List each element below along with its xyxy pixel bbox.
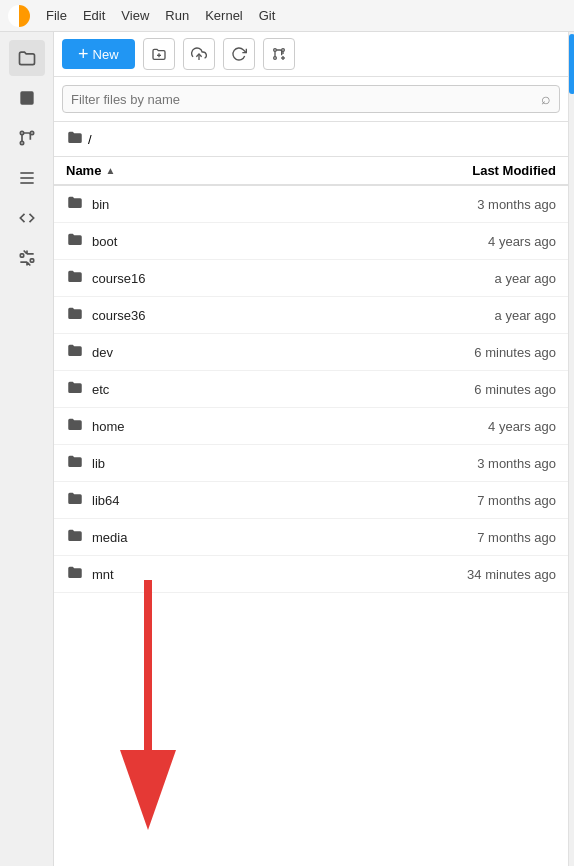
folder-icon bbox=[66, 230, 84, 252]
table-row[interactable]: media 7 months ago bbox=[54, 519, 568, 556]
search-icon: ⌕ bbox=[541, 90, 551, 108]
breadcrumb: / bbox=[54, 122, 568, 157]
col-modified-header[interactable]: Last Modified bbox=[396, 163, 556, 178]
svg-point-13 bbox=[273, 49, 276, 52]
toolbar: + New bbox=[54, 32, 568, 77]
file-date: a year ago bbox=[396, 308, 556, 323]
folder-icon bbox=[66, 341, 84, 363]
menu-view[interactable]: View bbox=[121, 8, 149, 23]
sidebar-icon-git[interactable] bbox=[9, 120, 45, 156]
file-name: course36 bbox=[92, 308, 396, 323]
file-table[interactable]: Name ▲ Last Modified bin 3 months ago bo… bbox=[54, 157, 568, 866]
file-name: dev bbox=[92, 345, 396, 360]
scrollbar-thumb[interactable] bbox=[569, 34, 574, 94]
svg-point-1 bbox=[20, 131, 23, 134]
file-date: 7 months ago bbox=[396, 493, 556, 508]
new-button[interactable]: + New bbox=[62, 39, 135, 69]
menu-kernel[interactable]: Kernel bbox=[205, 8, 243, 23]
table-row[interactable]: bin 3 months ago bbox=[54, 186, 568, 223]
sidebar-icon-code[interactable] bbox=[9, 200, 45, 236]
file-date: 6 minutes ago bbox=[396, 345, 556, 360]
file-date: 4 years ago bbox=[396, 234, 556, 249]
svg-rect-0 bbox=[20, 91, 33, 104]
filter-bar: ⌕ bbox=[54, 77, 568, 122]
menubar: File Edit View Run Kernel Git bbox=[0, 0, 574, 32]
refresh-button[interactable] bbox=[223, 38, 255, 70]
table-row[interactable]: mnt 34 minutes ago bbox=[54, 556, 568, 593]
svg-point-3 bbox=[20, 141, 23, 144]
table-row[interactable]: course16 a year ago bbox=[54, 260, 568, 297]
file-name: lib bbox=[92, 456, 396, 471]
menu-edit[interactable]: Edit bbox=[83, 8, 105, 23]
file-name: boot bbox=[92, 234, 396, 249]
file-date: a year ago bbox=[396, 271, 556, 286]
svg-point-15 bbox=[273, 57, 276, 60]
new-button-label: New bbox=[93, 47, 119, 62]
sidebar-icon-running[interactable] bbox=[9, 80, 45, 116]
svg-rect-8 bbox=[20, 254, 23, 257]
sort-arrow-icon: ▲ bbox=[105, 165, 115, 176]
table-row[interactable]: dev 6 minutes ago bbox=[54, 334, 568, 371]
table-row[interactable]: lib64 7 months ago bbox=[54, 482, 568, 519]
scrollbar-track[interactable] bbox=[568, 32, 574, 866]
folder-icon bbox=[66, 489, 84, 511]
table-row[interactable]: course36 a year ago bbox=[54, 297, 568, 334]
menu-file[interactable]: File bbox=[46, 8, 67, 23]
file-name: etc bbox=[92, 382, 396, 397]
table-row[interactable]: etc 6 minutes ago bbox=[54, 371, 568, 408]
svg-rect-9 bbox=[30, 259, 33, 262]
main-area: + New bbox=[0, 32, 574, 866]
upload-button[interactable] bbox=[183, 38, 215, 70]
folder-icon bbox=[66, 193, 84, 215]
file-rows-container: bin 3 months ago boot 4 years ago course… bbox=[54, 186, 568, 593]
plus-icon: + bbox=[78, 45, 89, 63]
file-name: media bbox=[92, 530, 396, 545]
git-clone-button[interactable] bbox=[263, 38, 295, 70]
breadcrumb-path: / bbox=[88, 132, 92, 147]
sidebar-icon-files[interactable] bbox=[9, 40, 45, 76]
file-name: home bbox=[92, 419, 396, 434]
table-row[interactable]: boot 4 years ago bbox=[54, 223, 568, 260]
table-row[interactable]: lib 3 months ago bbox=[54, 445, 568, 482]
file-browser: + New bbox=[54, 32, 568, 866]
filter-input[interactable] bbox=[71, 92, 541, 107]
folder-icon bbox=[66, 267, 84, 289]
sidebar bbox=[0, 32, 54, 866]
sidebar-icon-extensions[interactable] bbox=[9, 240, 45, 276]
file-date: 3 months ago bbox=[396, 197, 556, 212]
app-logo bbox=[8, 5, 30, 27]
menu-run[interactable]: Run bbox=[165, 8, 189, 23]
new-folder-button[interactable] bbox=[143, 38, 175, 70]
file-date: 3 months ago bbox=[396, 456, 556, 471]
file-name: lib64 bbox=[92, 493, 396, 508]
col-name-header[interactable]: Name ▲ bbox=[66, 163, 396, 178]
filter-input-wrap: ⌕ bbox=[62, 85, 560, 113]
folder-icon bbox=[66, 415, 84, 437]
folder-icon bbox=[66, 452, 84, 474]
col-modified-label: Last Modified bbox=[472, 163, 556, 178]
file-date: 6 minutes ago bbox=[396, 382, 556, 397]
sidebar-icon-toc[interactable] bbox=[9, 160, 45, 196]
folder-icon bbox=[66, 526, 84, 548]
table-header: Name ▲ Last Modified bbox=[54, 157, 568, 186]
file-name: bin bbox=[92, 197, 396, 212]
table-row[interactable]: home 4 years ago bbox=[54, 408, 568, 445]
file-name: mnt bbox=[92, 567, 396, 582]
col-name-label: Name bbox=[66, 163, 101, 178]
folder-icon bbox=[66, 563, 84, 585]
file-date: 7 months ago bbox=[396, 530, 556, 545]
breadcrumb-folder-icon bbox=[66, 128, 84, 150]
file-date: 34 minutes ago bbox=[396, 567, 556, 582]
folder-icon bbox=[66, 304, 84, 326]
file-name: course16 bbox=[92, 271, 396, 286]
file-date: 4 years ago bbox=[396, 419, 556, 434]
menu-git[interactable]: Git bbox=[259, 8, 276, 23]
folder-icon bbox=[66, 378, 84, 400]
